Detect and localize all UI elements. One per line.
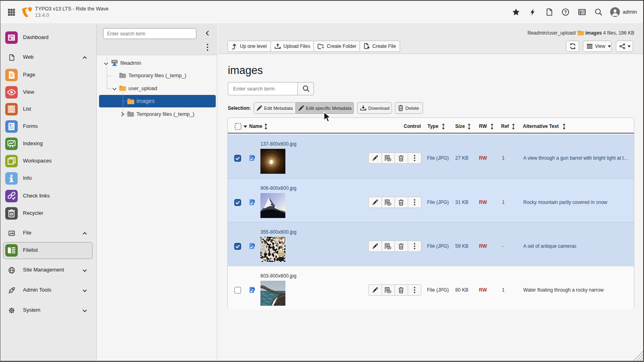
svg-text:?: ? bbox=[564, 10, 567, 14]
